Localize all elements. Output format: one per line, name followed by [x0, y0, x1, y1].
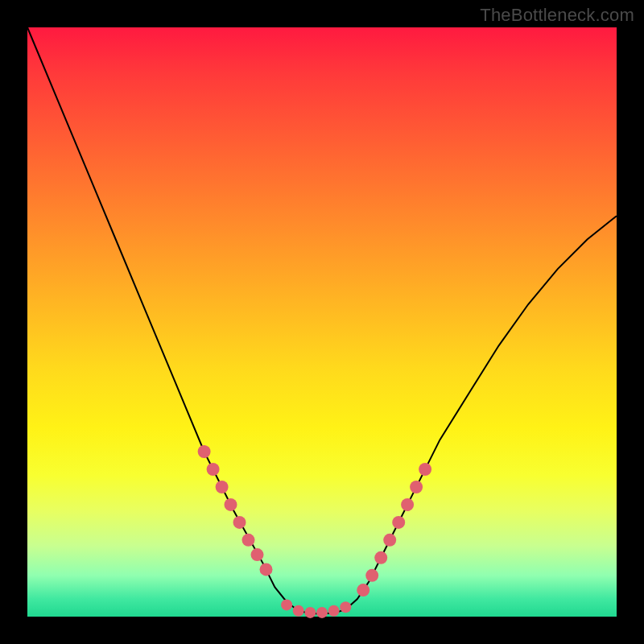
marker-dot [207, 463, 220, 476]
marker-dot [242, 534, 255, 547]
marker-dot [365, 569, 378, 582]
marker-dot [251, 548, 264, 561]
marker-dot [410, 481, 423, 493]
marker-dot [316, 607, 328, 618]
plot-area [27, 27, 617, 617]
marker-dot [293, 605, 304, 617]
marker-dot [260, 563, 273, 576]
marker-group [198, 445, 431, 618]
marker-dot [340, 601, 351, 613]
marker-dot [233, 516, 246, 529]
watermark-text: TheBottleneck.com [480, 5, 634, 26]
bottleneck-curve [27, 27, 617, 613]
marker-dot [419, 463, 431, 476]
marker-dot [225, 498, 237, 511]
marker-dot [392, 516, 405, 529]
curve-svg [27, 27, 617, 617]
chart-frame: TheBottleneck.com [0, 0, 644, 644]
marker-dot [216, 481, 229, 493]
marker-dot [281, 599, 292, 610]
marker-dot [401, 498, 414, 511]
marker-dot [357, 584, 369, 597]
marker-dot [198, 445, 211, 458]
marker-dot [304, 607, 316, 618]
marker-dot [374, 551, 387, 564]
marker-dot [328, 605, 340, 617]
marker-dot [383, 534, 396, 547]
